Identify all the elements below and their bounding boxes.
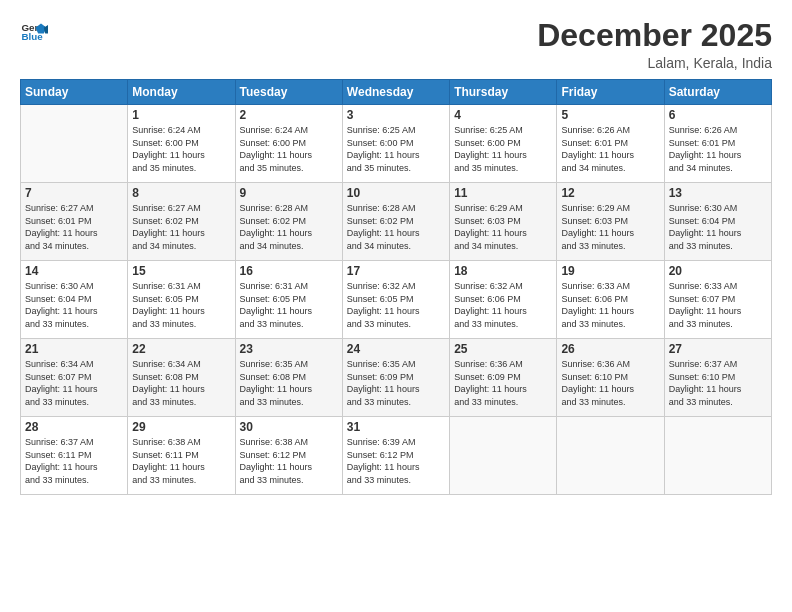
calendar-cell: 12Sunrise: 6:29 AM Sunset: 6:03 PM Dayli… (557, 183, 664, 261)
calendar-week-row: 21Sunrise: 6:34 AM Sunset: 6:07 PM Dayli… (21, 339, 772, 417)
calendar-cell: 10Sunrise: 6:28 AM Sunset: 6:02 PM Dayli… (342, 183, 449, 261)
day-number: 30 (240, 420, 338, 434)
day-number: 1 (132, 108, 230, 122)
calendar-cell: 5Sunrise: 6:26 AM Sunset: 6:01 PM Daylig… (557, 105, 664, 183)
day-info: Sunrise: 6:35 AM Sunset: 6:09 PM Dayligh… (347, 358, 445, 408)
calendar-cell: 4Sunrise: 6:25 AM Sunset: 6:00 PM Daylig… (450, 105, 557, 183)
calendar-cell (557, 417, 664, 495)
day-info: Sunrise: 6:33 AM Sunset: 6:07 PM Dayligh… (669, 280, 767, 330)
calendar-cell: 9Sunrise: 6:28 AM Sunset: 6:02 PM Daylig… (235, 183, 342, 261)
calendar-week-row: 28Sunrise: 6:37 AM Sunset: 6:11 PM Dayli… (21, 417, 772, 495)
day-info: Sunrise: 6:37 AM Sunset: 6:11 PM Dayligh… (25, 436, 123, 486)
day-info: Sunrise: 6:25 AM Sunset: 6:00 PM Dayligh… (347, 124, 445, 174)
logo: General Blue (20, 18, 48, 46)
calendar-cell: 3Sunrise: 6:25 AM Sunset: 6:00 PM Daylig… (342, 105, 449, 183)
day-number: 23 (240, 342, 338, 356)
calendar-cell: 26Sunrise: 6:36 AM Sunset: 6:10 PM Dayli… (557, 339, 664, 417)
day-number: 7 (25, 186, 123, 200)
day-number: 3 (347, 108, 445, 122)
day-number: 28 (25, 420, 123, 434)
day-info: Sunrise: 6:28 AM Sunset: 6:02 PM Dayligh… (347, 202, 445, 252)
day-info: Sunrise: 6:38 AM Sunset: 6:11 PM Dayligh… (132, 436, 230, 486)
calendar-cell: 16Sunrise: 6:31 AM Sunset: 6:05 PM Dayli… (235, 261, 342, 339)
day-number: 13 (669, 186, 767, 200)
day-info: Sunrise: 6:32 AM Sunset: 6:06 PM Dayligh… (454, 280, 552, 330)
day-info: Sunrise: 6:24 AM Sunset: 6:00 PM Dayligh… (240, 124, 338, 174)
page: General Blue December 2025 Lalam, Kerala… (0, 0, 792, 612)
day-number: 29 (132, 420, 230, 434)
calendar-cell: 1Sunrise: 6:24 AM Sunset: 6:00 PM Daylig… (128, 105, 235, 183)
day-info: Sunrise: 6:34 AM Sunset: 6:07 PM Dayligh… (25, 358, 123, 408)
logo-icon: General Blue (20, 18, 48, 46)
day-number: 15 (132, 264, 230, 278)
day-info: Sunrise: 6:31 AM Sunset: 6:05 PM Dayligh… (132, 280, 230, 330)
day-number: 21 (25, 342, 123, 356)
calendar-cell: 29Sunrise: 6:38 AM Sunset: 6:11 PM Dayli… (128, 417, 235, 495)
day-info: Sunrise: 6:39 AM Sunset: 6:12 PM Dayligh… (347, 436, 445, 486)
calendar-week-row: 7Sunrise: 6:27 AM Sunset: 6:01 PM Daylig… (21, 183, 772, 261)
day-info: Sunrise: 6:36 AM Sunset: 6:09 PM Dayligh… (454, 358, 552, 408)
calendar-week-row: 1Sunrise: 6:24 AM Sunset: 6:00 PM Daylig… (21, 105, 772, 183)
day-number: 10 (347, 186, 445, 200)
calendar-cell: 2Sunrise: 6:24 AM Sunset: 6:00 PM Daylig… (235, 105, 342, 183)
day-number: 11 (454, 186, 552, 200)
day-info: Sunrise: 6:31 AM Sunset: 6:05 PM Dayligh… (240, 280, 338, 330)
calendar-cell: 11Sunrise: 6:29 AM Sunset: 6:03 PM Dayli… (450, 183, 557, 261)
day-info: Sunrise: 6:25 AM Sunset: 6:00 PM Dayligh… (454, 124, 552, 174)
calendar-header-tuesday: Tuesday (235, 80, 342, 105)
calendar-cell: 19Sunrise: 6:33 AM Sunset: 6:06 PM Dayli… (557, 261, 664, 339)
calendar-cell: 20Sunrise: 6:33 AM Sunset: 6:07 PM Dayli… (664, 261, 771, 339)
day-info: Sunrise: 6:27 AM Sunset: 6:02 PM Dayligh… (132, 202, 230, 252)
calendar-cell: 17Sunrise: 6:32 AM Sunset: 6:05 PM Dayli… (342, 261, 449, 339)
calendar-cell: 15Sunrise: 6:31 AM Sunset: 6:05 PM Dayli… (128, 261, 235, 339)
calendar-cell: 6Sunrise: 6:26 AM Sunset: 6:01 PM Daylig… (664, 105, 771, 183)
calendar-cell: 31Sunrise: 6:39 AM Sunset: 6:12 PM Dayli… (342, 417, 449, 495)
day-number: 20 (669, 264, 767, 278)
day-info: Sunrise: 6:38 AM Sunset: 6:12 PM Dayligh… (240, 436, 338, 486)
day-number: 9 (240, 186, 338, 200)
day-number: 8 (132, 186, 230, 200)
calendar-header-friday: Friday (557, 80, 664, 105)
calendar-header-row: SundayMondayTuesdayWednesdayThursdayFrid… (21, 80, 772, 105)
month-title: December 2025 (537, 18, 772, 53)
day-info: Sunrise: 6:26 AM Sunset: 6:01 PM Dayligh… (561, 124, 659, 174)
day-number: 16 (240, 264, 338, 278)
day-number: 12 (561, 186, 659, 200)
calendar-header-sunday: Sunday (21, 80, 128, 105)
day-info: Sunrise: 6:35 AM Sunset: 6:08 PM Dayligh… (240, 358, 338, 408)
day-number: 25 (454, 342, 552, 356)
title-block: December 2025 Lalam, Kerala, India (537, 18, 772, 71)
calendar-cell: 18Sunrise: 6:32 AM Sunset: 6:06 PM Dayli… (450, 261, 557, 339)
calendar-cell: 14Sunrise: 6:30 AM Sunset: 6:04 PM Dayli… (21, 261, 128, 339)
calendar-header-thursday: Thursday (450, 80, 557, 105)
day-number: 27 (669, 342, 767, 356)
calendar-cell (664, 417, 771, 495)
day-info: Sunrise: 6:29 AM Sunset: 6:03 PM Dayligh… (454, 202, 552, 252)
location: Lalam, Kerala, India (537, 55, 772, 71)
day-info: Sunrise: 6:36 AM Sunset: 6:10 PM Dayligh… (561, 358, 659, 408)
calendar-cell: 27Sunrise: 6:37 AM Sunset: 6:10 PM Dayli… (664, 339, 771, 417)
day-number: 6 (669, 108, 767, 122)
day-number: 17 (347, 264, 445, 278)
day-number: 26 (561, 342, 659, 356)
day-number: 18 (454, 264, 552, 278)
calendar-header-saturday: Saturday (664, 80, 771, 105)
calendar-cell (450, 417, 557, 495)
calendar-cell (21, 105, 128, 183)
calendar-cell: 25Sunrise: 6:36 AM Sunset: 6:09 PM Dayli… (450, 339, 557, 417)
day-info: Sunrise: 6:34 AM Sunset: 6:08 PM Dayligh… (132, 358, 230, 408)
day-number: 5 (561, 108, 659, 122)
day-number: 22 (132, 342, 230, 356)
header: General Blue December 2025 Lalam, Kerala… (20, 18, 772, 71)
calendar-cell: 8Sunrise: 6:27 AM Sunset: 6:02 PM Daylig… (128, 183, 235, 261)
calendar-cell: 24Sunrise: 6:35 AM Sunset: 6:09 PM Dayli… (342, 339, 449, 417)
calendar-cell: 23Sunrise: 6:35 AM Sunset: 6:08 PM Dayli… (235, 339, 342, 417)
day-info: Sunrise: 6:33 AM Sunset: 6:06 PM Dayligh… (561, 280, 659, 330)
calendar-cell: 28Sunrise: 6:37 AM Sunset: 6:11 PM Dayli… (21, 417, 128, 495)
calendar-cell: 30Sunrise: 6:38 AM Sunset: 6:12 PM Dayli… (235, 417, 342, 495)
calendar-header-wednesday: Wednesday (342, 80, 449, 105)
day-info: Sunrise: 6:27 AM Sunset: 6:01 PM Dayligh… (25, 202, 123, 252)
day-info: Sunrise: 6:24 AM Sunset: 6:00 PM Dayligh… (132, 124, 230, 174)
day-number: 4 (454, 108, 552, 122)
calendar-cell: 22Sunrise: 6:34 AM Sunset: 6:08 PM Dayli… (128, 339, 235, 417)
